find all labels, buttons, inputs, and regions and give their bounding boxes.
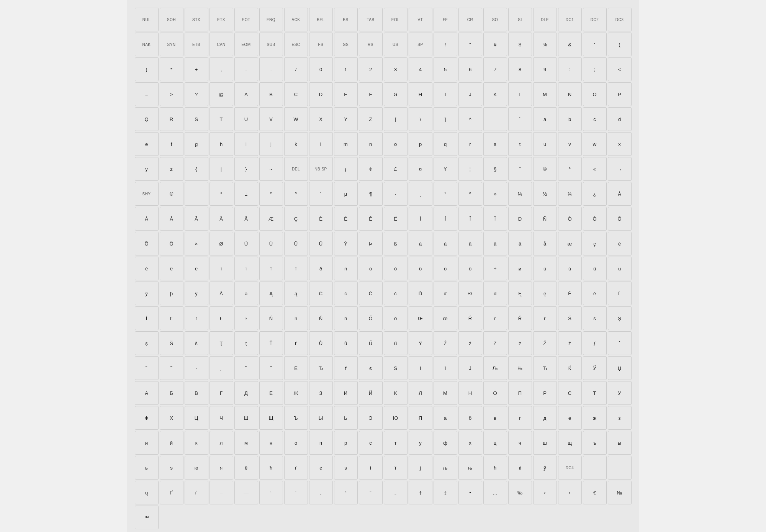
char-cell-24[interactable]: EOM (234, 33, 258, 56)
char-cell-209[interactable]: ò (359, 257, 383, 280)
char-cell-193[interactable]: â (458, 232, 482, 255)
char-cell-155[interactable]: ¼ (508, 182, 532, 206)
char-cell-80[interactable]: Q (135, 107, 159, 131)
char-cell-16[interactable]: DLE (533, 8, 557, 31)
char-cell-97[interactable]: b (558, 107, 582, 131)
char-cell-314[interactable]: О (483, 381, 507, 405)
char-cell-186[interactable]: Û (284, 232, 308, 255)
char-cell-256[interactable]: ř (533, 306, 557, 330)
char-cell-287[interactable]: Ђ (309, 356, 333, 380)
char-cell-386[interactable]: ’ (284, 481, 308, 504)
char-cell-92[interactable]: ] (434, 107, 457, 131)
char-cell-128[interactable]: ¡ (334, 157, 358, 181)
char-cell-264[interactable]: ţ (234, 331, 258, 355)
char-cell-311[interactable]: Л (409, 381, 432, 405)
char-cell-49[interactable]: 2 (359, 57, 383, 81)
char-cell-284[interactable]: ˜ (234, 356, 258, 380)
char-cell-45[interactable]: . (259, 57, 283, 81)
char-cell-241[interactable]: Ľ (160, 306, 183, 330)
char-cell-41[interactable]: * (160, 57, 183, 81)
char-cell-267[interactable]: Ů (309, 331, 333, 355)
char-cell-355[interactable]: ч (508, 431, 532, 455)
char-cell-47[interactable]: 0 (309, 57, 333, 81)
char-cell-251[interactable]: Œ (409, 306, 432, 330)
char-cell-197[interactable]: æ (558, 232, 582, 255)
char-cell-166[interactable]: Ç (284, 207, 308, 231)
char-cell-330[interactable]: Ю (384, 406, 408, 430)
char-cell-306[interactable]: Ж (284, 381, 308, 405)
char-cell-176[interactable]: Ñ (533, 207, 557, 231)
char-cell-215[interactable]: ø (508, 257, 532, 280)
char-cell-34[interactable]: # (483, 33, 507, 56)
char-cell-147[interactable]: ´ (309, 182, 333, 206)
char-cell-131[interactable]: ¤ (409, 157, 432, 181)
char-cell-12[interactable]: FF (434, 8, 457, 31)
char-cell-366[interactable]: ŕ (284, 456, 308, 480)
char-cell-214[interactable]: ÷ (483, 257, 507, 280)
char-cell-61[interactable]: > (160, 82, 183, 106)
char-cell-157[interactable]: ¾ (558, 182, 582, 206)
char-cell-116[interactable]: u (533, 132, 557, 156)
char-cell-0[interactable]: NUL (135, 8, 159, 31)
char-cell-397[interactable]: › (558, 481, 582, 504)
char-cell-398[interactable]: € (583, 481, 607, 504)
char-cell-240[interactable]: Í (135, 306, 159, 330)
char-cell-115[interactable]: t (508, 132, 532, 156)
char-cell-326[interactable]: Ъ (284, 406, 308, 430)
char-cell-137[interactable]: ª (558, 157, 582, 181)
char-cell-380[interactable]: ų (135, 481, 159, 504)
char-cell-152[interactable]: ¹ (434, 182, 457, 206)
char-cell-37[interactable]: & (558, 33, 582, 56)
char-cell-33[interactable]: " (458, 33, 482, 56)
char-cell-293[interactable]: J (458, 356, 482, 380)
char-cell-58[interactable]: ; (583, 57, 607, 81)
char-cell-195[interactable]: ä (508, 232, 532, 255)
char-cell-218[interactable]: û (583, 257, 607, 280)
char-cell-262[interactable]: š (185, 331, 208, 355)
char-cell-91[interactable]: \ (409, 107, 432, 131)
char-cell-389[interactable]: ” (359, 481, 383, 504)
char-cell-367[interactable]: є (309, 456, 333, 480)
char-cell-329[interactable]: Э (359, 406, 383, 430)
char-cell-261[interactable]: Š (160, 331, 183, 355)
char-cell-125[interactable]: ~ (259, 157, 283, 181)
char-cell-370[interactable]: ї (384, 456, 408, 480)
char-cell-346[interactable]: о (284, 431, 308, 455)
char-cell-382[interactable]: ґ (185, 481, 208, 504)
char-cell-96[interactable]: a (533, 107, 557, 131)
char-cell-324[interactable]: Ш (234, 406, 258, 430)
char-cell-8[interactable]: BS (334, 8, 358, 31)
char-cell-210[interactable]: ó (384, 257, 408, 280)
char-cell-208[interactable]: ñ (334, 257, 358, 280)
char-cell-350[interactable]: т (384, 431, 408, 455)
char-cell-99[interactable]: d (608, 107, 632, 131)
char-cell-20[interactable]: NAK (135, 33, 159, 56)
char-cell-353[interactable]: х (458, 431, 482, 455)
char-cell-331[interactable]: Я (409, 406, 432, 430)
char-cell-168[interactable]: É (334, 207, 358, 231)
char-cell-111[interactable]: p (409, 132, 432, 156)
char-cell-89[interactable]: Z (359, 107, 383, 131)
char-cell-387[interactable]: , (309, 481, 333, 504)
char-cell-212[interactable]: õ (434, 257, 457, 280)
char-cell-213[interactable]: ö (458, 257, 482, 280)
char-cell-316[interactable]: Р (533, 381, 557, 405)
char-cell-299[interactable]: Џ (608, 356, 632, 380)
char-cell-321[interactable]: Х (160, 406, 183, 430)
char-cell-187[interactable]: Ü (309, 232, 333, 255)
char-cell-207[interactable]: ð (309, 257, 333, 280)
char-cell-67[interactable]: D (309, 82, 333, 106)
char-cell-383[interactable]: – (210, 481, 233, 504)
char-cell-315[interactable]: П (508, 381, 532, 405)
char-cell-149[interactable]: ¶ (359, 182, 383, 206)
char-cell-189[interactable]: Þ (359, 232, 383, 255)
char-cell-143[interactable]: ° (210, 182, 233, 206)
char-cell-103[interactable]: h (210, 132, 233, 156)
char-cell-130[interactable]: £ (384, 157, 408, 181)
char-cell-317[interactable]: С (558, 381, 582, 405)
char-cell-196[interactable]: å (533, 232, 557, 255)
char-cell-263[interactable]: Ţ (210, 331, 233, 355)
char-cell-332[interactable]: а (434, 406, 457, 430)
char-cell-244[interactable]: ł (234, 306, 258, 330)
char-cell-286[interactable]: Ë (284, 356, 308, 380)
